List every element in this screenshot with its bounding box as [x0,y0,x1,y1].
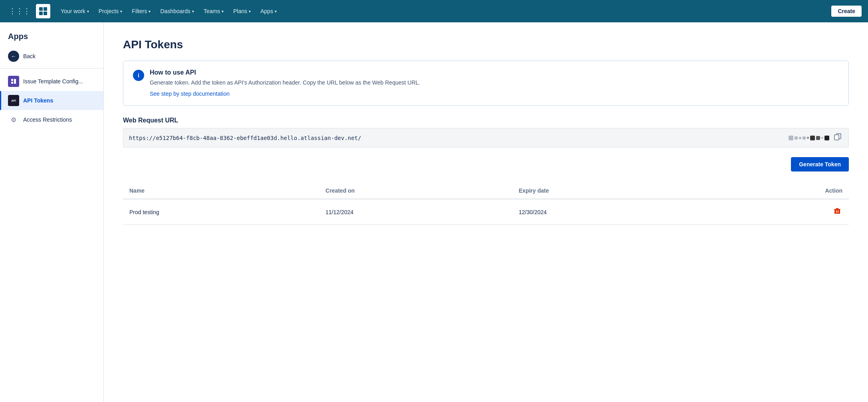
svg-rect-11 [834,209,840,210]
svg-rect-2 [39,12,43,15]
sidebar-item-issue-template[interactable]: Issue Template Config... [0,72,103,91]
grid-icon[interactable]: ⋮⋮⋮ [6,4,33,18]
url-text: https://e5127b64-f8cb-48aa-8362-ebeffd1a… [129,135,785,141]
chevron-down-icon: ▾ [249,9,251,14]
mask-block [799,137,801,139]
cell-expiry: 12/30/2024 [512,199,710,225]
mask-block [824,136,829,140]
mask-block [789,136,793,140]
svg-rect-6 [14,79,16,84]
svg-rect-5 [11,82,13,84]
create-button[interactable]: Create [831,6,862,17]
mask-block [810,136,815,140]
table-header-row: Name Created on Expiry date Action [123,183,849,199]
mask-block [807,137,809,139]
col-header-expiry: Expiry date [512,183,710,199]
gear-icon: ⚙ [8,114,19,125]
col-header-name: Name [123,183,319,199]
sidebar-divider [0,68,103,69]
nav-projects[interactable]: Projects ▾ [95,6,127,17]
mask-block [795,136,798,140]
nav-plans[interactable]: Plans ▾ [229,6,255,17]
chevron-down-icon: ▾ [222,9,224,14]
cell-created: 11/12/2024 [319,199,512,225]
page-title: API Tokens [123,38,849,51]
mask-block [816,136,820,140]
info-icon: i [133,70,144,81]
sidebar: Apps ← Back Issue Template Config... API… [0,22,104,402]
col-header-created: Created on [319,183,512,199]
chevron-down-icon: ▾ [149,9,151,14]
sidebar-item-access-restrictions[interactable]: ⚙ Access Restrictions [0,110,103,129]
svg-rect-1 [44,7,47,11]
generate-token-button[interactable]: Generate Token [791,157,849,171]
url-label: Web Request URL [123,117,849,124]
col-header-action: Action [710,183,849,199]
chevron-down-icon: ▾ [275,9,277,14]
svg-rect-9 [834,209,840,214]
svg-rect-3 [44,12,47,15]
chevron-down-icon: ▾ [192,9,194,14]
nav-your-work[interactable]: Your work ▾ [57,6,93,17]
nav-teams[interactable]: Teams ▾ [200,6,228,17]
mask-block [821,137,823,139]
nav-dashboards[interactable]: Dashboards ▾ [156,6,198,17]
delete-token-button[interactable] [832,206,842,218]
page-layout: Apps ← Back Issue Template Config... API… [0,22,868,402]
back-button[interactable]: ← Back [0,47,103,65]
sidebar-title: Apps [0,32,103,47]
api-icon: API [8,95,19,106]
info-link[interactable]: See step by step documentation [150,91,230,97]
chevron-down-icon: ▾ [120,9,122,14]
info-box: i How to use API Generate token. Add the… [123,61,849,106]
sidebar-item-api-tokens[interactable]: API API Tokens [0,91,103,110]
template-icon [8,76,19,87]
main-content: API Tokens i How to use API Generate tok… [104,22,868,402]
table-row: Prod testing 11/12/2024 12/30/2024 [123,199,849,225]
cell-action [710,199,849,225]
info-content: How to use API Generate token. Add the t… [150,69,839,97]
svg-rect-0 [39,7,43,11]
cell-name: Prod testing [123,199,319,225]
tokens-table: Name Created on Expiry date Action Prod … [123,183,849,225]
nav-apps[interactable]: Apps ▾ [256,6,281,17]
url-row: https://e5127b64-f8cb-48aa-8362-ebeffd1a… [123,128,849,148]
copy-url-button[interactable] [832,132,843,143]
masked-token [789,136,829,140]
info-title: How to use API [150,69,839,76]
url-section: Web Request URL https://e5127b64-f8cb-48… [123,117,849,148]
chevron-down-icon: ▾ [87,9,89,14]
app-logo[interactable] [36,4,50,18]
nav-filters[interactable]: Filters ▾ [128,6,155,17]
info-description: Generate token. Add the token as API's A… [150,79,839,87]
svg-rect-4 [11,79,13,81]
svg-rect-8 [834,135,839,140]
mask-block [803,136,806,140]
generate-row: Generate Token [123,157,849,171]
back-icon: ← [8,51,19,62]
top-navigation: ⋮⋮⋮ Your work ▾ Projects ▾ Filters ▾ Das… [0,0,868,22]
